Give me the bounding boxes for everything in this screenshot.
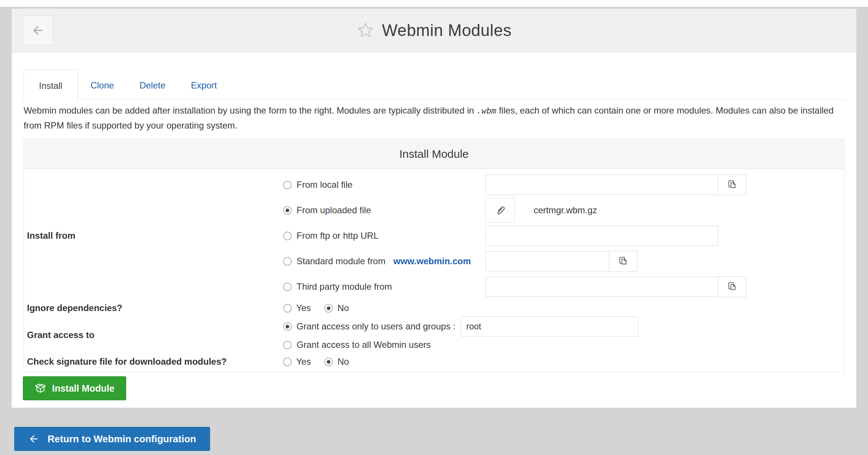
file-chooser-icon: [617, 256, 629, 267]
title-wrap: Webmin Modules: [356, 21, 512, 40]
row-check-signature: Check signature file for downloaded modu…: [24, 353, 844, 370]
radio-ignore-no[interactable]: [324, 304, 333, 313]
intro-part1: Webmin modules can be added after instal…: [24, 105, 474, 115]
grant-access-label: Grant access to: [24, 317, 280, 353]
radio-ftp-url[interactable]: [283, 232, 292, 240]
file-chooser-icon: [726, 179, 738, 190]
third-party-input[interactable]: [485, 277, 718, 297]
tab-install[interactable]: Install: [24, 70, 78, 101]
option-ftp-url: From ftp or http URL: [280, 223, 844, 248]
option-label: Grant access to all Webmin users: [297, 340, 431, 350]
top-strip: [0, 0, 868, 7]
option-third-party: Third party module from: [280, 274, 844, 299]
option-label: From local file: [297, 180, 352, 190]
radio-standard-module[interactable]: [283, 257, 292, 266]
row-install-from: Install from From local file: [24, 172, 844, 299]
radio-signature-no[interactable]: [324, 358, 333, 366]
return-to-webmin-config-button[interactable]: Return to Webmin configuration: [14, 427, 210, 451]
option-grant-all: Grant access to all Webmin users: [280, 336, 844, 353]
uploaded-file-name: certmgr.wbm.gz: [534, 205, 597, 216]
radio-third-party[interactable]: [283, 283, 292, 291]
option-standard-module: Standard module from www.webmin.com: [280, 248, 844, 274]
standard-module-chooser-button[interactable]: [609, 251, 637, 272]
row-ignore-dependencies: Ignore dependencies? Yes No: [24, 299, 844, 317]
local-file-input[interactable]: [485, 175, 718, 195]
tab-bar: Install Clone Delete Export: [24, 70, 844, 99]
intro-text: Webmin modules can be added after instal…: [24, 103, 844, 133]
radio-signature-yes[interactable]: [283, 358, 292, 366]
option-label: Standard module from: [297, 256, 385, 266]
back-button[interactable]: [23, 15, 53, 45]
radio-uploaded-file[interactable]: [283, 206, 292, 215]
ftp-url-input[interactable]: [485, 226, 718, 246]
local-file-chooser-button[interactable]: [718, 174, 746, 195]
return-arrow-icon: [28, 433, 39, 445]
install-module-panel: Install Module Install from From local f…: [24, 139, 844, 372]
option-grant-users: Grant access only to users and groups :: [280, 317, 844, 336]
row-grant-access: Grant access to Grant access only to use…: [24, 317, 844, 353]
install-from-label: Install from: [24, 172, 280, 299]
page-title: Webmin Modules: [382, 21, 512, 40]
option-uploaded-file: From uploaded file certmgr.wbm: [280, 198, 844, 223]
main-card: Webmin Modules Install Clone Delete Expo…: [11, 8, 857, 408]
favorite-star-icon[interactable]: [356, 21, 374, 39]
file-chooser-icon: [726, 281, 738, 292]
yes-label: Yes: [296, 356, 311, 367]
install-module-button-label: Install Module: [52, 383, 115, 394]
install-module-button[interactable]: Install Module: [23, 376, 126, 400]
content: Install Clone Delete Export Webmin modul…: [12, 70, 856, 400]
radio-grant-users[interactable]: [283, 322, 292, 331]
option-local-file: From local file: [280, 172, 844, 198]
radio-local-file[interactable]: [283, 181, 292, 189]
page-header: Webmin Modules: [12, 9, 856, 52]
radio-grant-all[interactable]: [283, 341, 292, 349]
check-signature-label: Check signature file for downloaded modu…: [24, 353, 280, 370]
ignore-dependencies-label: Ignore dependencies?: [24, 299, 280, 317]
wbm-code: .wbm: [477, 106, 497, 115]
standard-module-input[interactable]: [485, 251, 609, 271]
radio-ignore-yes[interactable]: [283, 304, 292, 313]
tab-delete[interactable]: Delete: [127, 72, 178, 99]
back-arrow-icon: [31, 24, 45, 37]
webmin-page: Webmin Modules Install Clone Delete Expo…: [0, 0, 868, 455]
option-label: From ftp or http URL: [297, 230, 379, 241]
third-party-chooser-button[interactable]: [718, 276, 746, 297]
option-label: Grant access only to users and groups :: [297, 321, 455, 332]
install-from-options: From local file: [280, 172, 844, 299]
package-box-icon: [34, 382, 46, 394]
option-label: From uploaded file: [297, 205, 371, 216]
yes-label: Yes: [296, 303, 311, 313]
tab-export[interactable]: Export: [178, 72, 230, 99]
no-label: No: [337, 303, 349, 313]
option-label: Third party module from: [297, 281, 392, 292]
webmin-com-link[interactable]: www.webmin.com: [393, 256, 471, 266]
no-label: No: [337, 356, 349, 367]
panel-body: Install from From local file: [24, 169, 844, 371]
grant-users-input[interactable]: [461, 316, 638, 337]
upload-file-button[interactable]: [485, 198, 515, 223]
tab-clone[interactable]: Clone: [78, 72, 127, 99]
return-button-label: Return to Webmin configuration: [48, 433, 196, 445]
panel-title: Install Module: [24, 139, 844, 169]
paperclip-icon: [494, 204, 506, 216]
